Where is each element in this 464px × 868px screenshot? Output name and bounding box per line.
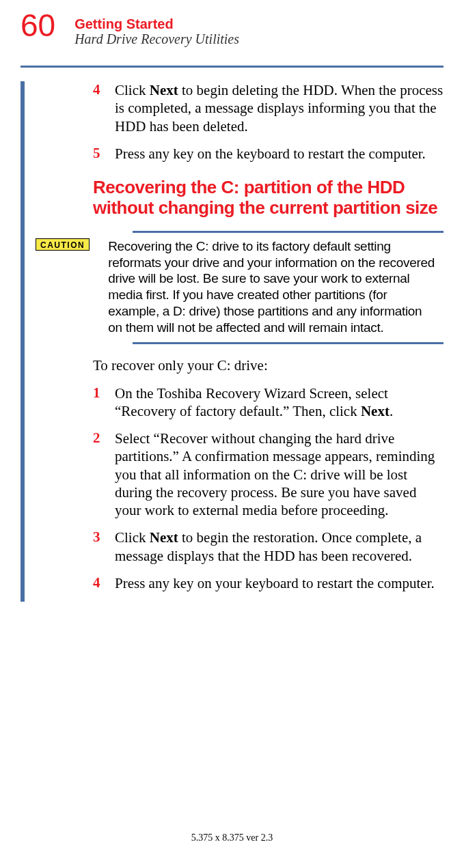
divider (21, 66, 443, 68)
divider (133, 231, 443, 233)
step-number: 3 (93, 529, 115, 565)
page-header: 60 Getting Started Hard Drive Recovery U… (21, 14, 443, 46)
step-text: Click Next to begin the restoration. Onc… (115, 529, 443, 565)
step-text: On the Toshiba Recovery Wizard Screen, s… (115, 384, 443, 421)
step-number: 4 (93, 81, 115, 135)
list-item: 2 Select “Recover without changing the h… (25, 430, 443, 519)
step-text: Press any key on your keyboard to restar… (115, 574, 435, 592)
caution-badge: CAUTION (36, 238, 90, 251)
step-number: 4 (93, 574, 115, 592)
header-subtitle: Hard Drive Recovery Utilities (74, 31, 239, 46)
step-number: 2 (93, 430, 115, 519)
section-heading: Recovering the C: partition of the HDD w… (93, 178, 443, 219)
footer-text: 5.375 x 8.375 ver 2.3 (0, 832, 464, 843)
list-item: 5 Press any key on the keyboard to resta… (25, 145, 443, 163)
step-number: 1 (93, 384, 115, 421)
intro-text: To recover only your C: drive: (93, 356, 443, 374)
page-number: 60 (21, 10, 55, 41)
caution-text: Recovering the C: drive to its factory d… (108, 238, 443, 336)
step-text: Press any key on the keyboard to restart… (115, 145, 426, 163)
step-text: Select “Recover without changing the har… (115, 430, 443, 519)
step-text: Click Next to begin deleting the HDD. Wh… (115, 81, 443, 135)
caution-block: CAUTION Recovering the C: drive to its f… (25, 238, 443, 336)
list-item: 4 Click Next to begin deleting the HDD. … (25, 81, 443, 135)
step-number: 5 (93, 145, 115, 163)
header-title: Getting Started (74, 16, 239, 31)
list-item: 1 On the Toshiba Recovery Wizard Screen,… (25, 384, 443, 421)
divider (133, 342, 443, 344)
list-item: 4 Press any key on your keyboard to rest… (25, 574, 443, 592)
list-item: 3 Click Next to begin the restoration. O… (25, 529, 443, 565)
